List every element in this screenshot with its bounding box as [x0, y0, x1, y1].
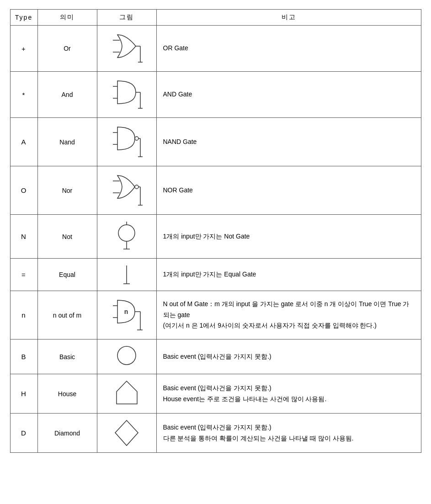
- equal-gate-icon: [102, 263, 152, 286]
- cell-meaning: Or: [37, 26, 97, 72]
- cell-symbol: [97, 259, 156, 291]
- cell-meaning: Equal: [37, 259, 97, 291]
- svg-text:n: n: [124, 308, 128, 315]
- header-symbol: 그림: [97, 10, 156, 26]
- house-event-icon: [102, 379, 152, 409]
- cell-meaning: n out of m: [37, 291, 97, 340]
- table-row: NNot 1개의 input만 가지는 Not Gate: [10, 215, 421, 259]
- header-note: 비고: [156, 10, 421, 26]
- table-row: ONor NOR Gate: [10, 166, 421, 215]
- nand-gate-icon: [102, 122, 152, 161]
- cell-meaning: Nand: [37, 118, 97, 166]
- table-row: ANand NAND Gate: [10, 118, 421, 166]
- cell-note: 1개의 input만 가지는 Equal Gate: [156, 259, 421, 291]
- cell-meaning: House: [37, 374, 97, 414]
- cell-note: Basic event (입력사건을 가지지 못함.)다른 분석을 통하여 확률…: [156, 414, 421, 453]
- cell-symbol: [97, 374, 156, 414]
- or-gate-icon: [102, 30, 152, 67]
- cell-meaning: Nor: [37, 166, 97, 215]
- svg-point-34: [117, 346, 136, 365]
- cell-symbol: n: [97, 291, 156, 340]
- table-row: DDiamond Basic event (입력사건을 가지지 못함.)다른 분…: [10, 414, 421, 453]
- cell-note: Basic event (입력사건을 가지지 못함.): [156, 340, 421, 374]
- cell-note: NAND Gate: [156, 118, 421, 166]
- cell-type: O: [10, 166, 37, 215]
- cell-type: n: [10, 291, 37, 340]
- cell-type: N: [10, 215, 37, 259]
- symbol-table: Type 의미 그림 비고 +Or OR Gate*And AND GateAN…: [10, 9, 421, 453]
- cell-symbol: [97, 72, 156, 118]
- cell-symbol: [97, 414, 156, 453]
- cell-meaning: And: [37, 72, 97, 118]
- cell-note: Basic event (입력사건을 가지지 못함.)House event는 …: [156, 374, 421, 414]
- cell-meaning: Diamond: [37, 414, 97, 453]
- diamond-event-icon: [102, 418, 152, 448]
- and-gate-icon: [102, 76, 152, 113]
- table-row: +Or OR Gate: [10, 26, 421, 72]
- nor-gate-icon: [102, 171, 152, 210]
- not-gate-icon: [102, 219, 152, 254]
- cell-meaning: Not: [37, 215, 97, 259]
- n-out-of-m-icon: n: [102, 296, 152, 334]
- cell-note: AND Gate: [156, 72, 421, 118]
- cell-note: N out of M Gate：m 개의 input 을 가지는 gate 로서…: [156, 291, 421, 340]
- cell-type: +: [10, 26, 37, 72]
- header-type: Type: [10, 10, 37, 26]
- table-row: BBasic Basic event (입력사건을 가지지 못함.): [10, 340, 421, 374]
- table-row: HHouse Basic event (입력사건을 가지지 못함.)House …: [10, 374, 421, 414]
- cell-type: A: [10, 118, 37, 166]
- main-table-container: Type 의미 그림 비고 +Or OR Gate*And AND GateAN…: [10, 9, 421, 453]
- cell-type: =: [10, 259, 37, 291]
- cell-symbol: [97, 26, 156, 72]
- svg-point-10: [135, 137, 138, 140]
- cell-symbol: [97, 215, 156, 259]
- cell-symbol: [97, 340, 156, 374]
- basic-event-icon: [102, 344, 152, 369]
- cell-note: 1개의 input만 가지는 Not Gate: [156, 215, 421, 259]
- svg-point-22: [118, 225, 135, 241]
- cell-type: *: [10, 72, 37, 118]
- cell-symbol: [97, 118, 156, 166]
- cell-note: OR Gate: [156, 26, 421, 72]
- svg-point-16: [135, 185, 138, 189]
- cell-type: B: [10, 340, 37, 374]
- cell-symbol: [97, 166, 156, 215]
- table-row: *And AND Gate: [10, 72, 421, 118]
- table-row: nn out of m n N out of M Gate：m 개의 input…: [10, 291, 421, 340]
- cell-meaning: Basic: [37, 340, 97, 374]
- cell-type: H: [10, 374, 37, 414]
- header-meaning: 의미: [37, 10, 97, 26]
- table-row: =Equal 1개의 input만 가지는 Equal Gate: [10, 259, 421, 291]
- cell-type: D: [10, 414, 37, 453]
- cell-note: NOR Gate: [156, 166, 421, 215]
- svg-marker-35: [117, 381, 137, 404]
- svg-marker-36: [115, 420, 138, 446]
